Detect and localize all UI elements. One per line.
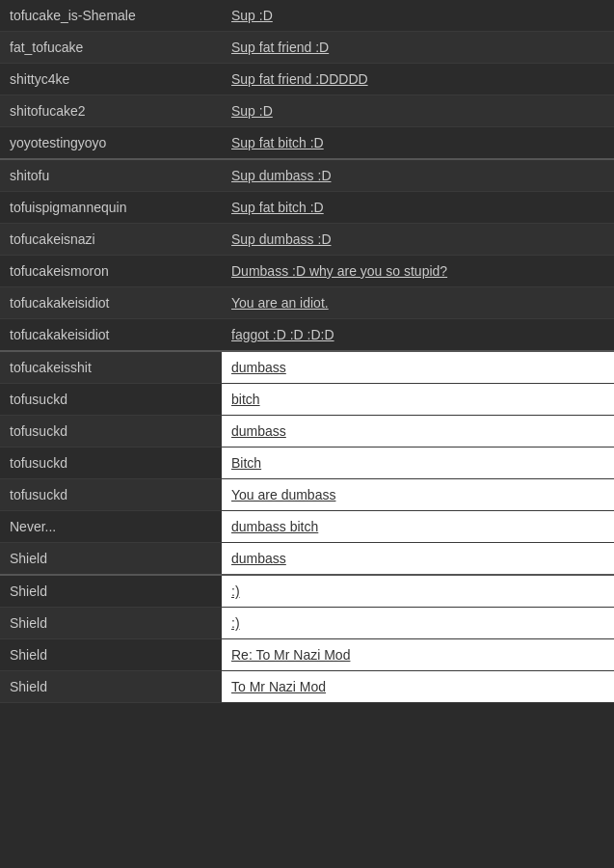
- table-row: tofusuckdBitch: [0, 448, 614, 479]
- table-row: yoyotestingyoyoSup fat bitch :D: [0, 127, 614, 160]
- message-cell[interactable]: Sup fat friend :DDDDD: [222, 64, 614, 95]
- table-row: ShieldRe: To Mr Nazi Mod: [0, 639, 614, 671]
- message-cell[interactable]: Re: To Mr Nazi Mod: [222, 639, 614, 670]
- username-cell: tofusuckd: [0, 448, 222, 478]
- table-row: tofusuckddumbass: [0, 416, 614, 448]
- username-cell: tofucakeisshit: [0, 352, 222, 383]
- message-cell[interactable]: Sup fat friend :D: [222, 32, 614, 63]
- table-row: shittyc4keSup fat friend :DDDDD: [0, 64, 614, 95]
- message-cell[interactable]: Sup fat bitch :D: [222, 192, 614, 223]
- table-row: tofuispigmannequinSup fat bitch :D: [0, 192, 614, 224]
- table-row: tofusuckdbitch: [0, 384, 614, 416]
- username-cell: Shield: [0, 543, 222, 574]
- message-cell[interactable]: Sup fat bitch :D: [222, 127, 614, 158]
- username-cell: Shield: [0, 671, 222, 702]
- username-cell: tofusuckd: [0, 479, 222, 510]
- table-row: tofucakakeisidiotfaggot :D :D :D:D: [0, 319, 614, 352]
- message-cell[interactable]: dumbass bitch: [222, 511, 614, 542]
- message-cell[interactable]: You are an idiot.: [222, 287, 614, 318]
- table-row: ShieldTo Mr Nazi Mod: [0, 671, 614, 703]
- message-cell[interactable]: Sup dumbass :D: [222, 160, 614, 191]
- message-cell[interactable]: Sup :D: [222, 95, 614, 126]
- username-cell: tofuispigmannequin: [0, 192, 222, 223]
- username-cell: Shield: [0, 576, 222, 607]
- message-cell[interactable]: To Mr Nazi Mod: [222, 671, 614, 702]
- username-cell: yoyotestingyoyo: [0, 127, 222, 158]
- message-cell[interactable]: dumbass: [222, 416, 614, 447]
- message-cell[interactable]: Bitch: [222, 448, 614, 478]
- table-row: tofucakeisshitdumbass: [0, 352, 614, 384]
- message-cell[interactable]: Dumbass :D why are you so stupid?: [222, 256, 614, 286]
- username-cell: shitofu: [0, 160, 222, 191]
- table-row: fat_tofucakeSup fat friend :D: [0, 32, 614, 64]
- message-cell[interactable]: Sup :D: [222, 0, 614, 31]
- message-cell[interactable]: dumbass: [222, 352, 614, 383]
- username-cell: tofucake_is-Shemale: [0, 0, 222, 31]
- table-row: tofucake_is-ShemaleSup :D: [0, 0, 614, 32]
- message-cell[interactable]: :): [222, 608, 614, 638]
- username-cell: tofucakeisnazi: [0, 224, 222, 255]
- data-table: tofucake_is-ShemaleSup :Dfat_tofucakeSup…: [0, 0, 614, 703]
- table-row: shitofucake2Sup :D: [0, 95, 614, 127]
- username-cell: fat_tofucake: [0, 32, 222, 63]
- message-cell[interactable]: :): [222, 576, 614, 607]
- table-row: shitofuSup dumbass :D: [0, 160, 614, 192]
- username-cell: tofucakeismoron: [0, 256, 222, 286]
- table-row: Shield:): [0, 576, 614, 608]
- table-row: tofucakeismoronDumbass :D why are you so…: [0, 256, 614, 287]
- table-row: tofucakeisnaziSup dumbass :D: [0, 224, 614, 256]
- username-cell: shitofucake2: [0, 95, 222, 126]
- username-cell: tofucakakeisidiot: [0, 319, 222, 350]
- username-cell: tofucakakeisidiot: [0, 287, 222, 318]
- username-cell: tofusuckd: [0, 416, 222, 447]
- table-row: Never...dumbass bitch: [0, 511, 614, 543]
- username-cell: shittyc4ke: [0, 64, 222, 95]
- table-row: tofucakakeisidiotYou are an idiot.: [0, 287, 614, 319]
- username-cell: Shield: [0, 608, 222, 638]
- message-cell[interactable]: You are dumbass: [222, 479, 614, 510]
- message-cell[interactable]: dumbass: [222, 543, 614, 574]
- username-cell: Never...: [0, 511, 222, 542]
- message-cell[interactable]: bitch: [222, 384, 614, 415]
- username-cell: Shield: [0, 639, 222, 670]
- username-cell: tofusuckd: [0, 384, 222, 415]
- message-cell[interactable]: faggot :D :D :D:D: [222, 319, 614, 350]
- table-row: Shielddumbass: [0, 543, 614, 576]
- message-cell[interactable]: Sup dumbass :D: [222, 224, 614, 255]
- table-row: Shield:): [0, 608, 614, 639]
- table-row: tofusuckdYou are dumbass: [0, 479, 614, 511]
